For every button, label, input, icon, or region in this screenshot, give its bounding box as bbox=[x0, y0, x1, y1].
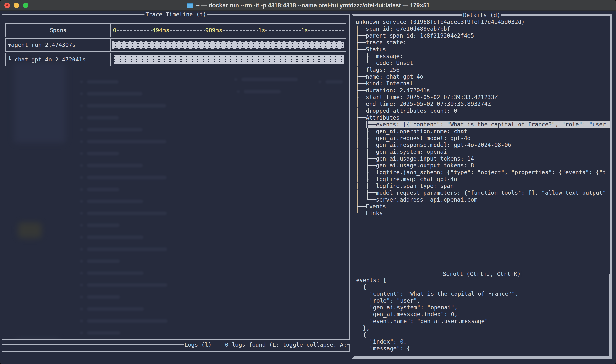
details-tree-node[interactable]: ├──name: chat gpt-4o bbox=[356, 73, 610, 80]
details-tree-node[interactable]: ├──Status bbox=[356, 46, 610, 53]
axis-dash-segment bbox=[169, 30, 205, 31]
tree-node-text: ├──trace state: bbox=[356, 39, 406, 46]
span-duration-bar bbox=[114, 55, 344, 64]
spans-column-header: Spans bbox=[6, 24, 111, 37]
axis-tick-label: 1s bbox=[301, 27, 308, 34]
tree-node-text: ├──Attributes bbox=[356, 114, 400, 121]
close-button[interactable] bbox=[4, 3, 10, 8]
tree-node-text: │ ├──logfire.span_type: span bbox=[356, 182, 454, 189]
details-tree-node[interactable]: │ ├──model_request_parameters: {"functio… bbox=[356, 189, 610, 196]
details-tree-node[interactable]: │ ├──logfire.span_type: span bbox=[356, 182, 610, 189]
details-panel-title: Details (d) bbox=[462, 12, 501, 19]
details-tree-node[interactable]: │ ├──logfire.json_schema: {"type": "obje… bbox=[356, 169, 610, 176]
span-duration-cell bbox=[111, 53, 346, 66]
details-tree-node[interactable]: │ ├──logfire.msg: chat gpt-4o bbox=[356, 176, 610, 182]
json-line: { bbox=[356, 284, 609, 290]
statusbar: Ctrl+L: Reduce the width | Ctrl+H: Expan… bbox=[2, 355, 350, 363]
tree-node-text: ├──end time: 2025-05-02 07:39:35.893274Z bbox=[356, 101, 491, 107]
details-tree-node[interactable]: ├──start time: 2025-05-02 07:39:33.42123… bbox=[356, 94, 610, 101]
tree-node-text: │ └──server.address: api.openai.com bbox=[356, 196, 478, 203]
axis-dash-segment bbox=[308, 30, 344, 31]
details-tree-node[interactable]: ├──parent span id: 1c8f219204e2f4e5 bbox=[356, 32, 610, 39]
json-line: "content": "What is the capital of Franc… bbox=[356, 290, 609, 297]
spans-table: Spans 0 494ms 989ms 1s bbox=[5, 23, 346, 66]
window-title: ~ — docker run --rm -it -p 4318:4318 --n… bbox=[196, 2, 430, 9]
tree-node-text: ├──kind: Internal bbox=[356, 80, 413, 87]
tree-node-text: │ ├──gen_ai.request.model: gpt-4o bbox=[356, 135, 471, 142]
details-tree-node[interactable]: │ ├──message: bbox=[356, 53, 610, 60]
tree-node-text: │ ├──message: bbox=[356, 53, 403, 60]
details-tree-node[interactable]: └──Links bbox=[356, 210, 610, 217]
details-tree-node[interactable]: │ ├──gen_ai.system: openai bbox=[356, 148, 610, 155]
tree-node-text: │ ├──gen_ai.usage.output_tokens: 8 bbox=[356, 162, 474, 169]
details-tree-node[interactable]: │ ├──gen_ai.response.model: gpt-4o-2024-… bbox=[356, 142, 610, 148]
logs-panel-title: Logs (l) -- 0 logs found (L: toggle coll… bbox=[184, 341, 347, 348]
json-line: events: [ bbox=[356, 277, 609, 284]
timeline-axis: 0 494ms 989ms 1s 1s bbox=[111, 24, 346, 37]
span-label: ▼agent run 2.474307s bbox=[6, 39, 111, 51]
json-line: "gen_ai.message.index": 0, bbox=[356, 311, 609, 318]
titlebar[interactable]: ~ — docker run --rm -it -p 4318:4318 --n… bbox=[0, 0, 616, 11]
json-line: "gen_ai.system": "openai", bbox=[356, 304, 609, 311]
terminal-screen: Trace Timeline (t) Spans 0 bbox=[0, 11, 616, 364]
span-duration-bar bbox=[112, 41, 344, 49]
tree-node-text: │ ├──gen_ai.response.model: gpt-4o-2024-… bbox=[356, 142, 511, 148]
details-tree-node[interactable]: │ ├──gen_ai.usage.output_tokens: 8 bbox=[356, 162, 610, 169]
tree-node-text: ├──Status bbox=[356, 46, 386, 53]
details-tree-node[interactable]: │ ├──gen_ai.request.model: gpt-4o bbox=[356, 135, 610, 142]
json-line: "role": "user", bbox=[356, 297, 609, 304]
details-tree-node[interactable]: ├──duration: 2.472041s bbox=[356, 87, 610, 94]
minimize-button[interactable] bbox=[14, 3, 19, 8]
details-tree-node[interactable]: │ └──code: Unset bbox=[356, 60, 610, 66]
tree-node-text: ├──flags: 256 bbox=[356, 66, 400, 73]
tree-node-text: │ ├──logfire.json_schema: {"type": "obje… bbox=[356, 169, 606, 176]
details-tree-node[interactable]: ├──Attributes bbox=[356, 114, 610, 121]
json-line: }, bbox=[356, 325, 609, 331]
span-label: └ chat gpt-4o 2.472041s bbox=[6, 53, 111, 66]
tree-node-text: unknown_service (01968fefb4acec3f9fef17e… bbox=[356, 19, 525, 25]
details-tree-node[interactable]: │ ├──gen_ai.operation.name: chat bbox=[356, 128, 610, 135]
details-tree-node[interactable]: ├──Events bbox=[356, 203, 610, 210]
tree-branch-prefix: │ bbox=[356, 121, 366, 128]
tree-node-text: │ ├──gen_ai.operation.name: chat bbox=[356, 128, 467, 135]
span-row[interactable]: ▼agent run 2.474307s bbox=[5, 38, 346, 52]
details-tree-node[interactable]: ├──flags: 256 bbox=[356, 66, 610, 73]
axis-dash-segment bbox=[117, 30, 152, 31]
fullscreen-button[interactable] bbox=[23, 3, 28, 8]
details-tree-node[interactable]: ├──span id: e7e10d488eab7bbf bbox=[356, 25, 610, 32]
details-tree-node[interactable]: ├──trace state: bbox=[356, 39, 610, 46]
tree-node-text: ├──events: [{"content": "What is the cap… bbox=[366, 121, 610, 128]
tree-node-text: │ ├──gen_ai.system: openai bbox=[356, 148, 447, 155]
axis-dash-segment bbox=[265, 30, 301, 31]
details-tree-node[interactable]: unknown_service (01968fefb4acec3f9fef17e… bbox=[356, 19, 610, 25]
json-line: "message": { bbox=[356, 345, 609, 352]
trace-timeline-panel[interactable]: Trace Timeline (t) Spans 0 bbox=[2, 14, 350, 340]
details-tree-node[interactable]: ├──kind: Internal bbox=[356, 80, 610, 87]
folder-icon bbox=[186, 2, 194, 8]
scroll-panel[interactable]: Scroll (Ctrl+J, Ctrl+K) events: [ { "con… bbox=[354, 274, 610, 357]
tree-node-text: └──Links bbox=[356, 210, 383, 217]
tree-node-text: ├──Events bbox=[356, 203, 386, 210]
json-line: "index": 0, bbox=[356, 338, 609, 345]
tree-node-text: ├──parent span id: 1c8f219204e2f4e5 bbox=[356, 32, 474, 39]
traffic-lights bbox=[4, 0, 28, 11]
json-line: { bbox=[356, 331, 609, 338]
details-tree-node[interactable]: ├──dropped attributes count: 0 bbox=[356, 107, 610, 114]
axis-tick-label: 0 bbox=[113, 27, 116, 34]
details-tree-node[interactable]: │ └──server.address: api.openai.com bbox=[356, 196, 610, 203]
tree-node-text: ├──name: chat gpt-4o bbox=[356, 73, 423, 80]
details-panel[interactable]: Details (d) unknown_service (01968fefb4a… bbox=[352, 14, 612, 359]
tree-node-text: │ └──code: Unset bbox=[356, 60, 413, 66]
json-line: "event.name": "gen_ai.user.message" bbox=[356, 318, 609, 325]
tree-node-text: ├──span id: e7e10d488eab7bbf bbox=[356, 25, 450, 32]
tree-node-text: │ ├──model_request_parameters: {"functio… bbox=[356, 189, 606, 196]
details-tree: unknown_service (01968fefb4acec3f9fef17e… bbox=[353, 16, 610, 217]
details-tree-node[interactable]: │ ├──events: [{"content": "What is the c… bbox=[356, 121, 610, 128]
logs-panel[interactable]: Logs (l) -- 0 logs found (L: toggle coll… bbox=[2, 344, 350, 352]
span-row[interactable]: └ chat gpt-4o 2.472041s bbox=[5, 53, 346, 66]
window-title-group: ~ — docker run --rm -it -p 4318:4318 --n… bbox=[186, 2, 430, 9]
axis-tick-label: 494ms bbox=[152, 27, 169, 34]
details-tree-node[interactable]: ├──end time: 2025-05-02 07:39:35.893274Z bbox=[356, 101, 610, 107]
details-tree-node[interactable]: │ ├──gen_ai.usage.input_tokens: 14 bbox=[356, 155, 610, 162]
axis-tick-label: 1s bbox=[258, 27, 265, 34]
